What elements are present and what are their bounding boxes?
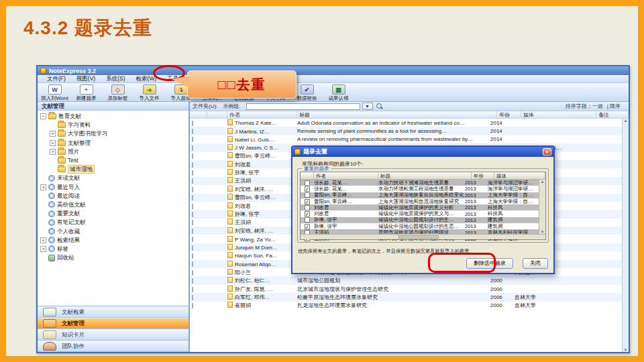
tree-item[interactable]: 学习资料 — [38, 121, 189, 129]
dialog-title: 题录去重 — [303, 147, 327, 156]
tree-item[interactable]: 个人收藏 — [38, 227, 189, 235]
tree-expander-icon[interactable]: + — [40, 246, 46, 252]
col-media[interactable]: 媒体 — [494, 172, 545, 179]
tree-expander-icon[interactable]: + — [50, 149, 56, 155]
dialog-close-icon[interactable]: × — [543, 148, 551, 156]
dialog-titlebar[interactable]: 题录去重 × — [292, 147, 553, 157]
table-row[interactable]: 崔丽娟 扎龙湿地生态环境需水量研究 2000 吉林大学 — [190, 302, 622, 310]
row-checkbox[interactable] — [305, 180, 310, 186]
table-row[interactable]: Thomas Z Kate… Adult Odonata conservatio… — [190, 119, 622, 127]
row-checkbox[interactable]: ✓ — [305, 199, 310, 204]
tree-item[interactable]: 高价值文献 — [38, 200, 189, 209]
tree-item[interactable]: + 标签 — [38, 245, 189, 253]
dialog-hscrollbar[interactable] — [301, 234, 545, 239]
col-title[interactable]: 标题 — [378, 172, 472, 179]
duplicate-row[interactable]: 张长龄, 花某… 水动力扰动下潮滩湿地生境基量 2013 海洋学与湖沼学研… — [301, 180, 539, 186]
nav-knowledge-cards[interactable]: 知识卡片 — [38, 329, 189, 341]
new-record-button[interactable]: + 新建题录 — [70, 84, 102, 102]
table-row[interactable]: 刘松仁, 柏仁… 城市湿地公园规划 2000 — [190, 276, 622, 284]
col-title[interactable]: 标题 — [297, 111, 497, 118]
col-author[interactable]: 作者 — [227, 111, 297, 118]
row-checkbox[interactable] — [305, 217, 310, 223]
row-checkbox[interactable]: ✓ — [305, 224, 310, 229]
col-memo[interactable]: 备注 — [596, 111, 629, 118]
tree-item[interactable]: − 教育文献 — [38, 112, 189, 121]
window-titlebar[interactable]: NoteExpress 3.2 — [38, 66, 629, 75]
tree-item[interactable]: + 文献整理 — [38, 139, 189, 147]
col-note[interactable] — [207, 111, 227, 118]
record-icon — [227, 202, 233, 208]
col-media[interactable]: 媒体 — [521, 111, 596, 118]
menu-item[interactable]: 系统(S) — [101, 75, 130, 83]
tree-item[interactable]: + 检索结果 — [38, 236, 189, 245]
achievement-button[interactable]: ▤ 成果认领 — [323, 84, 354, 102]
tree-item[interactable]: + 照片 — [38, 147, 189, 156]
folder-icon — [48, 184, 55, 190]
table-row[interactable]: 白军红, 邓伟… 松嫩平原湿地生态环境需水量研究 2006 吉林大学 — [190, 293, 622, 301]
search-dropdown-button[interactable]: ▼ — [362, 103, 373, 110]
row-checkbox[interactable]: ✓ — [305, 211, 310, 217]
close-button[interactable]: 关闭 — [523, 258, 548, 269]
tree-item[interactable]: 重要文献 — [38, 209, 189, 218]
row-checkbox[interactable]: ✓ — [305, 186, 310, 192]
slide-title: 4.3.2 题录去重 — [23, 15, 152, 41]
tree-item[interactable]: Test — [38, 156, 189, 165]
search-icon[interactable] — [375, 103, 384, 110]
tree-expander-icon[interactable]: + — [40, 237, 46, 243]
duplicate-row[interactable]: ✓ 张长龄, 花某… 水动力环境检测工程湿地生境基量 2013 海洋学与湖沼学研… — [301, 186, 539, 192]
tree-item[interactable]: + 大学图书馆学习 — [38, 129, 189, 138]
col-year[interactable]: 年份 — [497, 111, 521, 118]
col-year[interactable]: 年份 — [472, 172, 494, 179]
search-input[interactable] — [246, 103, 360, 110]
tree-expander-icon[interactable]: − — [40, 113, 46, 119]
tree-expander-icon[interactable]: + — [40, 184, 46, 190]
folder-icon — [48, 210, 55, 217]
row-checkbox[interactable] — [305, 192, 310, 198]
table-row[interactable]: 孙广友, 陈慧, … 北京城市湿地现状与保护管理生态研究 2000 — [190, 285, 622, 293]
tree-item[interactable]: 最近阅读 — [38, 192, 189, 200]
duplicate-row[interactable]: ✓ 曹阳sn, 李云峰… 上海大莲湖湿地和自流湿地恢复研究 2013 上海大学学… — [301, 198, 539, 204]
tree-expander-icon[interactable]: + — [50, 131, 56, 137]
table-row[interactable]: J Martins, IZ… Remote sensing of plant c… — [190, 127, 622, 135]
duplicate-row[interactable]: 刘改君 城镇化中湿地景观保护的意义分析 2013 科技风 — [301, 204, 539, 210]
nav-team-work[interactable]: 团队协作 — [38, 341, 189, 352]
tree-expander-icon[interactable]: + — [50, 140, 56, 146]
duplicate-row[interactable]: 孙琳, 张宇 城镇化中湿地公园规划设计的生… 2013 建筑师 — [301, 217, 539, 223]
tree-item[interactable]: 城市湿地 — [38, 165, 189, 174]
col-type[interactable] — [190, 111, 207, 118]
bottom-nav: 文献检索 文献管理 知识卡片 团队协作 — [38, 306, 189, 352]
tree-item[interactable]: 回收站 — [38, 253, 189, 262]
duplicate-row[interactable]: 曹阳sn, 李云峰… 上海大莲湖湿地恢复前后湿地系统变化 2013 上海大学学报… — [301, 192, 539, 198]
filter-bar: 文件夹(U): 示例组: ▼ 排序字段：一致 | 降序 — [190, 102, 629, 111]
row-checkbox[interactable] — [305, 205, 310, 210]
duplicate-row[interactable]: ✓ 刘改君 城镇化中湿地景观保护的意义与… 2013 科技风 — [301, 210, 539, 217]
list-scrollbar[interactable]: ▲▼ — [622, 119, 629, 352]
import-file-button[interactable]: ➜ 导入文件 — [133, 84, 165, 102]
add-tag-button[interactable]: ◇ 添加标签 — [102, 84, 133, 102]
nav-literature-search[interactable]: 文献检索 — [38, 306, 189, 318]
record-icon — [227, 277, 233, 283]
tree-item[interactable]: 有笔记文献 — [38, 218, 189, 227]
duplicate-row[interactable]: ✓ 孙琳, 张宇 城镇化中湿地公园规划设计的生态… 2013 建筑师 — [301, 223, 539, 229]
menu-item[interactable]: 视图(V) — [71, 75, 101, 83]
sort-field-label[interactable]: 排序字段：一致 — [566, 103, 603, 110]
attachment-icon — [192, 195, 193, 200]
tree-item[interactable]: 未读文献 — [38, 174, 189, 182]
record-icon — [227, 244, 233, 250]
nav-literature-manage[interactable]: 文献管理 — [38, 318, 189, 329]
sort-order-label[interactable]: | 降序 — [607, 103, 621, 110]
tree-item[interactable]: + 最近导入 — [38, 183, 189, 192]
folder-icon — [58, 131, 66, 137]
folder-icon — [58, 149, 66, 155]
callout-tail — [172, 76, 189, 88]
folder-icon — [48, 219, 55, 226]
menu-bar: 文件(F)视图(V)系统(S)检索(W)工具(T) — [38, 75, 629, 83]
menu-item[interactable]: 文件(F) — [42, 75, 71, 83]
record-icon — [227, 210, 233, 217]
col-checkbox[interactable] — [301, 172, 314, 179]
col-author[interactable]: 作者 — [314, 172, 378, 179]
presentation-slide: 4.3.2 题录去重 NoteExpress 3.2 文件(F)视图(V)系统(… — [0, 0, 644, 362]
insert-to-word-button[interactable]: W 插入到Word — [39, 84, 70, 102]
table-row[interactable]: Isabel Li, Guis… A review on removing ph… — [190, 135, 622, 143]
dialog-scrollbar[interactable]: ▲▼ — [539, 180, 545, 234]
